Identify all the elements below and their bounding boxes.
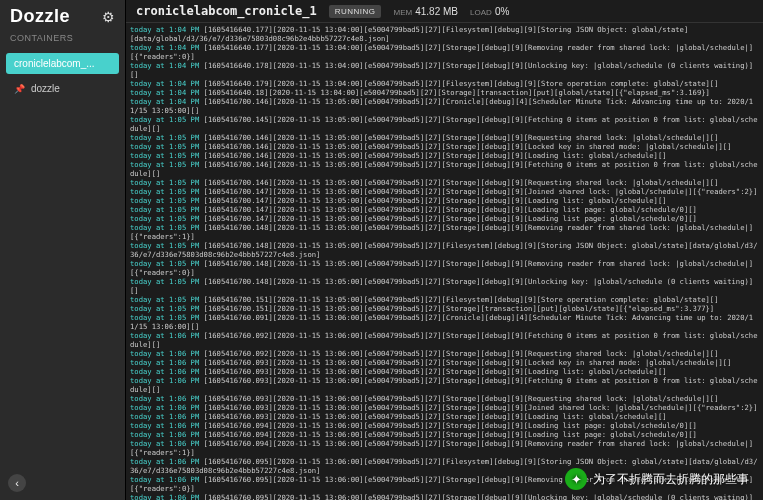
log-message: [1605416700.148][2020-11-15 13:05:00][e5…: [130, 277, 753, 295]
log-line: today at 1:06 PM [1605416760.093][2020-1…: [130, 358, 759, 367]
container-item-dozzle[interactable]: 📌 dozzle: [6, 78, 119, 99]
watermark-text: 为了不折腾而去折腾的那些事: [593, 471, 749, 488]
sidebar-header: Dozzle ⚙: [0, 0, 125, 31]
pin-icon: 📌: [14, 84, 25, 94]
log-line: today at 1:05 PM [1605416700.148][2020-1…: [130, 277, 759, 295]
mem-label: MEM: [393, 8, 412, 17]
log-timestamp: today at 1:06 PM: [130, 394, 204, 403]
log-line: today at 1:04 PM [1605416640.179][2020-1…: [130, 79, 759, 88]
log-timestamp: today at 1:05 PM: [130, 160, 204, 169]
log-line: today at 1:05 PM [1605416700.147][2020-1…: [130, 196, 759, 205]
log-line: [data/global/d3/36/e7/d336e75803d08c96b2…: [130, 34, 759, 43]
log-line: today at 1:04 PM [1605416700.146][2020-1…: [130, 97, 759, 115]
log-timestamp: today at 1:04 PM: [130, 25, 204, 34]
load-label: LOAD: [470, 8, 492, 17]
log-timestamp: today at 1:06 PM: [130, 421, 204, 430]
gear-icon[interactable]: ⚙: [102, 9, 115, 25]
log-timestamp: today at 1:04 PM: [130, 61, 204, 70]
log-message: [data/global/d3/36/e7/d336e75803d08c96b2…: [130, 34, 390, 43]
log-message: [1605416700.147][2020-11-15 13:05:00][e5…: [204, 196, 667, 205]
log-line: today at 1:06 PM [1605416760.092][2020-1…: [130, 349, 759, 358]
log-timestamp: today at 1:05 PM: [130, 142, 204, 151]
log-message: [1605416700.151][2020-11-15 13:05:00][e5…: [204, 295, 719, 304]
log-timestamp: today at 1:06 PM: [130, 376, 204, 385]
log-message: [1605416700.148][2020-11-15 13:05:00][e5…: [130, 223, 753, 241]
log-timestamp: today at 1:05 PM: [130, 313, 204, 322]
log-message: [1605416760.093][2020-11-15 13:06:00][e5…: [204, 358, 732, 367]
log-line: today at 1:05 PM [1605416700.146][2020-1…: [130, 142, 759, 151]
log-line: today at 1:06 PM [1605416760.094][2020-1…: [130, 430, 759, 439]
log-message: [1605416700.148][2020-11-15 13:05:00][e5…: [130, 241, 757, 259]
log-message: [1605416640.18][2020-11-15 13:04:00][e50…: [204, 88, 710, 97]
log-timestamp: today at 1:05 PM: [130, 151, 204, 160]
log-line: today at 1:06 PM [1605416760.094][2020-1…: [130, 421, 759, 430]
log-line: today at 1:04 PM [1605416640.177][2020-1…: [130, 25, 759, 34]
log-message: [1605416640.177][2020-11-15 13:04:00][e5…: [204, 25, 689, 34]
log-timestamp: today at 1:05 PM: [130, 277, 204, 286]
log-line: today at 1:05 PM [1605416700.146][2020-1…: [130, 151, 759, 160]
log-line: today at 1:06 PM [1605416760.092][2020-1…: [130, 331, 759, 349]
collapse-button[interactable]: ‹: [8, 474, 26, 492]
log-timestamp: today at 1:06 PM: [130, 403, 204, 412]
log-message: [1605416760.095][2020-11-15 13:06:00][e5…: [130, 493, 753, 500]
log-line: today at 1:06 PM [1605416760.095][2020-1…: [130, 493, 759, 500]
container-name: croniclelabcom_cronicle_1: [136, 4, 317, 18]
log-message: [1605416760.092][2020-11-15 13:06:00][e5…: [204, 349, 719, 358]
log-line: today at 1:05 PM [1605416700.147][2020-1…: [130, 187, 759, 196]
log-timestamp: today at 1:06 PM: [130, 430, 204, 439]
log-timestamp: today at 1:05 PM: [130, 205, 204, 214]
log-line: today at 1:04 PM [1605416640.18][2020-11…: [130, 88, 759, 97]
log-message: [1605416760.094][2020-11-15 13:06:00][e5…: [130, 439, 753, 457]
log-timestamp: today at 1:05 PM: [130, 115, 204, 124]
log-timestamp: today at 1:04 PM: [130, 97, 204, 106]
log-line: today at 1:05 PM [1605416760.091][2020-1…: [130, 313, 759, 331]
log-timestamp: today at 1:05 PM: [130, 187, 204, 196]
log-message: [1605416760.091][2020-11-15 13:06:00][e5…: [130, 313, 753, 331]
log-line: today at 1:05 PM [1605416700.146][2020-1…: [130, 178, 759, 187]
log-line: today at 1:05 PM [1605416700.151][2020-1…: [130, 295, 759, 304]
log-timestamp: today at 1:06 PM: [130, 457, 204, 466]
container-item-active[interactable]: croniclelabcom_...: [6, 53, 119, 74]
load-stat: LOAD 0%: [470, 5, 509, 17]
log-line: today at 1:05 PM [1605416700.148][2020-1…: [130, 241, 759, 259]
log-timestamp: today at 1:05 PM: [130, 241, 204, 250]
log-message: [1605416760.093][2020-11-15 13:06:00][e5…: [204, 394, 719, 403]
log-timestamp: today at 1:06 PM: [130, 349, 204, 358]
log-timestamp: today at 1:06 PM: [130, 439, 204, 448]
log-timestamp: today at 1:04 PM: [130, 79, 204, 88]
log-timestamp: today at 1:05 PM: [130, 295, 204, 304]
log-message: [1605416760.093][2020-11-15 13:06:00][e5…: [204, 367, 667, 376]
log-line: today at 1:04 PM [1605416640.177][2020-1…: [130, 43, 759, 61]
topbar: croniclelabcom_cronicle_1 RUNNING MEM 41…: [126, 0, 763, 23]
mem-value: 41.82 MB: [415, 6, 458, 17]
log-message: [1605416760.093][2020-11-15 13:06:00][e5…: [204, 412, 667, 421]
wechat-icon: ✦: [565, 468, 587, 490]
log-line: today at 1:05 PM [1605416700.147][2020-1…: [130, 214, 759, 223]
log-message: [1605416700.146][2020-11-15 13:05:00][e5…: [204, 142, 732, 151]
log-timestamp: today at 1:06 PM: [130, 493, 204, 500]
log-timestamp: today at 1:05 PM: [130, 304, 204, 313]
log-timestamp: today at 1:05 PM: [130, 259, 204, 268]
mem-stat: MEM 41.82 MB: [393, 5, 458, 17]
log-viewer[interactable]: today at 1:04 PM [1605416640.177][2020-1…: [126, 23, 763, 500]
log-timestamp: today at 1:06 PM: [130, 367, 204, 376]
log-message: [1605416700.151][2020-11-15 13:05:00][e5…: [204, 304, 715, 313]
log-message: [1605416700.146][2020-11-15 13:05:00][e5…: [204, 151, 667, 160]
log-line: today at 1:06 PM [1605416760.093][2020-1…: [130, 394, 759, 403]
log-line: today at 1:05 PM [1605416700.147][2020-1…: [130, 205, 759, 214]
load-value: 0%: [495, 6, 509, 17]
log-timestamp: today at 1:05 PM: [130, 133, 204, 142]
log-message: [1605416760.094][2020-11-15 13:06:00][e5…: [204, 430, 697, 439]
log-timestamp: today at 1:06 PM: [130, 412, 204, 421]
log-message: [1605416700.147][2020-11-15 13:05:00][e5…: [204, 214, 697, 223]
log-line: today at 1:06 PM [1605416760.093][2020-1…: [130, 403, 759, 412]
log-line: today at 1:04 PM [1605416640.178][2020-1…: [130, 61, 759, 79]
status-badge: RUNNING: [329, 5, 382, 18]
log-message: [1605416640.179][2020-11-15 13:04:00][e5…: [204, 79, 719, 88]
app-title: Dozzle: [10, 6, 70, 27]
log-message: [1605416760.093][2020-11-15 13:06:00][e5…: [130, 376, 757, 394]
log-message: [1605416700.147][2020-11-15 13:05:00][e5…: [204, 205, 697, 214]
log-message: [1605416760.093][2020-11-15 13:06:00][e5…: [204, 403, 758, 412]
log-line: today at 1:06 PM [1605416760.093][2020-1…: [130, 376, 759, 394]
log-line: today at 1:05 PM [1605416700.148][2020-1…: [130, 223, 759, 241]
